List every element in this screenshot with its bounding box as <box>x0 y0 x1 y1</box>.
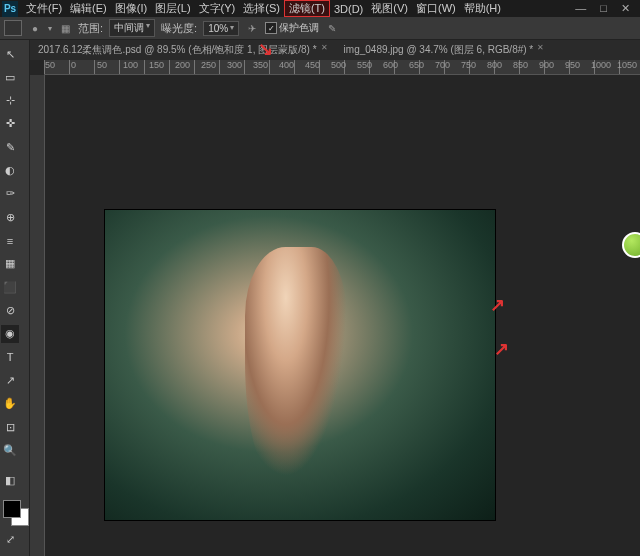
zoom-tool[interactable]: 🔍 <box>1 441 19 459</box>
close-tab-icon[interactable]: ✕ <box>321 43 328 57</box>
range-label: 范围: <box>78 21 103 36</box>
eyedropper-tool[interactable]: ◐ <box>1 162 19 180</box>
exposure-label: 曝光度: <box>161 21 197 36</box>
eraser-tool[interactable]: ⬛ <box>1 278 19 296</box>
marquee-tool[interactable]: ▭ <box>1 68 19 86</box>
menubar: Ps 文件(F) 编辑(E) 图像(I) 图层(L) 文字(Y) 选择(S) 滤… <box>0 0 640 17</box>
menu-filter[interactable]: 滤镜(T) <box>284 0 330 17</box>
gradient-tool[interactable]: ⊘ <box>1 301 19 319</box>
menu-view[interactable]: 视图(V) <box>367 1 412 16</box>
menu-help[interactable]: 帮助(H) <box>460 1 505 16</box>
dodge-tool[interactable]: ◉ <box>1 325 19 343</box>
wand-tool[interactable]: ✜ <box>1 115 19 133</box>
screenmode-icon[interactable]: ⤢ <box>1 531 19 549</box>
tablet-pressure-icon[interactable]: ✎ <box>325 21 339 35</box>
menu-file[interactable]: 文件(F) <box>22 1 66 16</box>
heal-tool[interactable]: ✑ <box>1 185 19 203</box>
protect-tones-check[interactable]: ✓保护色调 <box>265 21 319 35</box>
tool-preset-icon[interactable] <box>4 20 22 36</box>
shape-tool[interactable]: ⊡ <box>1 418 19 436</box>
crop-tool[interactable]: ✎ <box>1 138 19 156</box>
document-area: 2017.6.12柔焦调色.psd @ 89.5% (色相/饱和度 1, 图层蒙… <box>30 40 640 556</box>
toolbox: ↖ ▭ ⊹ ✜ ✎ ◐ ✑ ⊕ ≡ ▦ ⬛ ⊘ ◉ T ↗ ✋ ⊡ 🔍 ◧ ⤢ <box>0 40 30 556</box>
close-tab-icon[interactable]: ✕ <box>537 43 544 57</box>
ruler-vertical <box>30 75 45 556</box>
path-tool[interactable]: ↗ <box>1 371 19 389</box>
close-icon[interactable]: ✕ <box>621 2 630 15</box>
hand-tool[interactable]: ✋ <box>1 395 19 413</box>
canvas[interactable] <box>45 75 640 556</box>
exposure-select[interactable]: 10%▾ <box>203 21 239 36</box>
type-tool[interactable]: T <box>1 348 19 366</box>
quickmask-icon[interactable]: ◧ <box>1 472 19 490</box>
maximize-icon[interactable]: □ <box>600 2 607 15</box>
document-image <box>105 210 495 520</box>
doc-tab-2[interactable]: img_0489.jpg @ 34.7% (图层 6, RGB/8#) *✕ <box>336 43 553 57</box>
move-tool[interactable]: ↖ <box>1 45 19 63</box>
ps-logo: Ps <box>2 1 18 17</box>
menu-select[interactable]: 选择(S) <box>239 1 284 16</box>
history-brush-tool[interactable]: ▦ <box>1 255 19 273</box>
brush-panel-icon[interactable]: ▦ <box>58 21 72 35</box>
minimize-icon[interactable]: — <box>575 2 586 15</box>
options-bar: ● ▾ ▦ 范围: 中间调▾ 曝光度: 10%▾ ✈ ✓保护色调 ✎ <box>0 17 640 40</box>
ruler-horizontal: 5005010015020025030035040045050055060065… <box>44 60 640 75</box>
menu-window[interactable]: 窗口(W) <box>412 1 460 16</box>
lasso-tool[interactable]: ⊹ <box>1 92 19 110</box>
menu-type[interactable]: 文字(Y) <box>195 1 240 16</box>
range-select[interactable]: 中间调▾ <box>109 19 155 37</box>
menu-layer[interactable]: 图层(L) <box>151 1 194 16</box>
brush-preset-icon[interactable]: ● <box>28 21 42 35</box>
stamp-tool[interactable]: ≡ <box>1 232 19 250</box>
color-swatch[interactable] <box>3 500 29 526</box>
doc-tab-1[interactable]: 2017.6.12柔焦调色.psd @ 89.5% (色相/饱和度 1, 图层蒙… <box>30 43 336 57</box>
menu-edit[interactable]: 编辑(E) <box>66 1 111 16</box>
menu-image[interactable]: 图像(I) <box>111 1 151 16</box>
brush-tool[interactable]: ⊕ <box>1 208 19 226</box>
menu-3d[interactable]: 3D(D) <box>330 3 367 15</box>
airbrush-icon[interactable]: ✈ <box>245 21 259 35</box>
